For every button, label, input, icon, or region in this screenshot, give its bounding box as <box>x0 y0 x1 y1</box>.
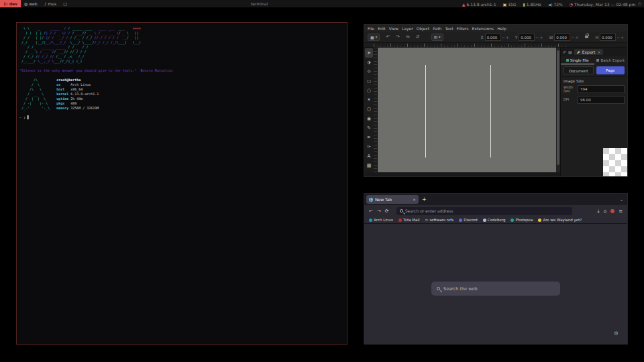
flip-horizontal-button[interactable]: ⇋ <box>406 34 410 40</box>
ellipse-tool-icon[interactable]: ○ <box>365 86 373 95</box>
rect-tool-icon[interactable]: ▭ <box>365 76 373 86</box>
workspace-2[interactable]: ◍web <box>21 0 41 7</box>
inkscape-canvas[interactable] <box>378 48 556 172</box>
menu-icon[interactable]: ≡ <box>619 208 623 214</box>
menu-edit[interactable]: Edit <box>378 26 386 31</box>
ascii-art-welcome: \ \ _ _____ / / _____ ____ ____ ___ ___ … <box>19 26 344 45</box>
objects-dialog-icon[interactable]: ✐ <box>563 50 566 54</box>
gradient-tool-icon[interactable]: ▩ <box>365 161 373 170</box>
pencil-tool-icon[interactable]: ✎ <box>365 123 373 133</box>
export-tab[interactable]: ⬈ Export × <box>574 49 604 55</box>
fetch-output: /\ / \ /\ \ / __ \ / | | \ / -| |- \ /_-… <box>19 78 344 111</box>
h-field[interactable]: H 0.000 −+ <box>595 34 624 41</box>
shell-prompt[interactable]: ~ ❯ <box>19 115 344 120</box>
calligraphy-tool-icon[interactable]: ✑ <box>365 142 373 152</box>
bookmark-software-refs[interactable]: 🗀software refs <box>425 218 453 222</box>
width-input[interactable]: 794 <box>578 85 625 93</box>
workspace-3[interactable]: ♪mus <box>41 0 60 7</box>
folder-icon: 🗀 <box>425 218 428 222</box>
menu-file[interactable]: File <box>368 26 374 31</box>
reload-button[interactable]: ⟳ <box>385 208 389 214</box>
workspace-4[interactable]: ▢ <box>60 0 70 7</box>
width-label: Width (px) <box>564 86 576 93</box>
spiral-tool-icon[interactable]: ◉ <box>365 114 373 123</box>
shape-builder-tool-icon[interactable]: ⟐ <box>365 67 373 76</box>
globe-icon <box>369 198 373 202</box>
page-button[interactable]: Page <box>596 66 625 74</box>
bookmark-tuta-mail[interactable]: Tuta Mail <box>398 218 419 222</box>
navigation-bar: ← → ⟳ Search or enter address ⤓ ⌂ ≡ <box>364 205 627 217</box>
close-tab-icon[interactable]: × <box>597 50 600 54</box>
align-dropdown[interactable]: 𝍖▾ <box>431 34 443 41</box>
settings-gear-icon[interactable]: ⚙ <box>614 330 619 337</box>
bookmark-favicon <box>538 219 541 222</box>
power-icon[interactable]: ⏻ <box>638 1 641 7</box>
layers-dialog-icon[interactable]: ▤ <box>568 50 572 54</box>
download-icon[interactable]: ⤓ <box>598 208 600 214</box>
active-tab[interactable]: New Tab × <box>366 195 419 204</box>
menu-help[interactable]: Help <box>497 26 506 31</box>
back-button[interactable]: ← <box>369 208 373 214</box>
bookmarks-bar: Arch LinuxTuta Mail🗀software refsDiscord… <box>364 217 627 224</box>
menu-text[interactable]: Text <box>445 26 453 31</box>
node-tool-icon[interactable]: ⬗ <box>365 58 373 67</box>
text-tool-icon[interactable]: A <box>365 152 373 161</box>
home-icon[interactable]: ⌂ <box>604 208 606 214</box>
clock-icon: ◔ <box>570 2 573 7</box>
document-button[interactable]: Document <box>564 66 594 74</box>
inkscape-tool-controls: ▦▾ ↶ ↷ ⇋ ⇵ 𝍖▾ X 0.000 −+ Y 0.000 −+ W 0.… <box>364 32 627 43</box>
status-modules: ▲ 6.13.8-arch1-1 · ▣ 31G · ▮ 1.8GHz · ◄)… <box>462 1 641 7</box>
tab-close-icon[interactable]: × <box>413 197 416 202</box>
menu-layer[interactable]: Layer <box>402 26 413 31</box>
bookmark-are-we-wayland-yet-[interactable]: Are we Wayland yet? <box>538 218 582 222</box>
web-search-input[interactable]: Search the web <box>431 282 560 296</box>
terminal-quote: "Silence is the only answer you should g… <box>19 68 344 73</box>
undo-button[interactable]: ↶ <box>386 34 390 40</box>
dpi-input[interactable]: 96.00 <box>578 96 625 104</box>
export-dock: ✐ ▤ ⬈ Export × Single File Batch Export … <box>560 48 627 176</box>
search-icon <box>437 287 440 290</box>
tool-options-dropdown[interactable]: ▦▾ <box>368 34 380 41</box>
flip-vertical-button[interactable]: ⇵ <box>416 34 420 40</box>
workspace-icon: ◍ <box>24 1 28 6</box>
workspace-icon: ♪ <box>44 1 47 6</box>
bookmark-codeberg[interactable]: Codeberg <box>483 218 506 222</box>
lock-ratio-icon[interactable] <box>585 36 588 38</box>
box3d-tool-icon[interactable]: ⬡ <box>365 105 373 114</box>
selector-tool-icon[interactable]: ➤ <box>365 48 373 58</box>
workspace-list: 1: dev◍web♪mus▢ <box>0 0 70 7</box>
menu-path[interactable]: Path <box>433 26 441 31</box>
batch-export-tab[interactable]: Batch Export <box>594 56 628 64</box>
firefox-window[interactable]: New Tab × + ⌄ ← → ⟳ Search or enter addr… <box>364 193 628 345</box>
redo-button[interactable]: ↷ <box>396 34 400 40</box>
x-field[interactable]: X 0.000 −+ <box>481 34 509 41</box>
bookmark-photopea[interactable]: Photopea <box>511 218 533 222</box>
terminal-window[interactable]: \ \ _ _____ / / _____ ____ ____ ___ ___ … <box>16 22 347 345</box>
clock-module: ◔ Thursday, Mar 13 — 02:48 pm <box>570 2 636 7</box>
menu-filters[interactable]: Filters <box>457 26 469 31</box>
canvas-hscrollbar[interactable] <box>364 172 560 176</box>
star-tool-icon[interactable]: ✶ <box>365 95 373 105</box>
url-bar[interactable]: Search or enter address <box>396 207 572 215</box>
menu-view[interactable]: View <box>389 26 398 31</box>
forward-button[interactable]: → <box>377 208 381 214</box>
bookmark-discord[interactable]: Discord <box>459 218 478 222</box>
inkscape-menubar: FileEditViewLayerObjectPathTextFiltersEx… <box>364 25 627 32</box>
cpu-icon: ▮ <box>523 2 525 7</box>
inkscape-window[interactable]: FileEditViewLayerObjectPathTextFiltersEx… <box>364 24 628 177</box>
menu-object[interactable]: Object <box>417 26 430 31</box>
new-tab-button[interactable]: + <box>422 196 427 202</box>
status-bar: 1: dev◍web♪mus▢ terminal ▲ 6.13.8-arch1-… <box>0 0 644 7</box>
separator: · <box>499 2 500 7</box>
bookmark-arch-linux[interactable]: Arch Linux <box>369 218 393 222</box>
list-all-tabs-icon[interactable]: ⌄ <box>620 197 623 202</box>
w-field[interactable]: W 0.000 −+ <box>549 34 578 41</box>
batch-export-icon <box>596 59 599 62</box>
y-field[interactable]: Y 0.000 −+ <box>515 34 543 41</box>
menu-extensions[interactable]: Extensions <box>472 26 494 31</box>
single-file-tab[interactable]: Single File <box>561 56 594 64</box>
workspace-1[interactable]: 1: dev <box>0 0 21 7</box>
volume-module: ◄) 72% <box>548 2 563 7</box>
ublock-extension-icon[interactable] <box>610 209 614 213</box>
pen-tool-icon[interactable]: ✒ <box>365 133 373 142</box>
